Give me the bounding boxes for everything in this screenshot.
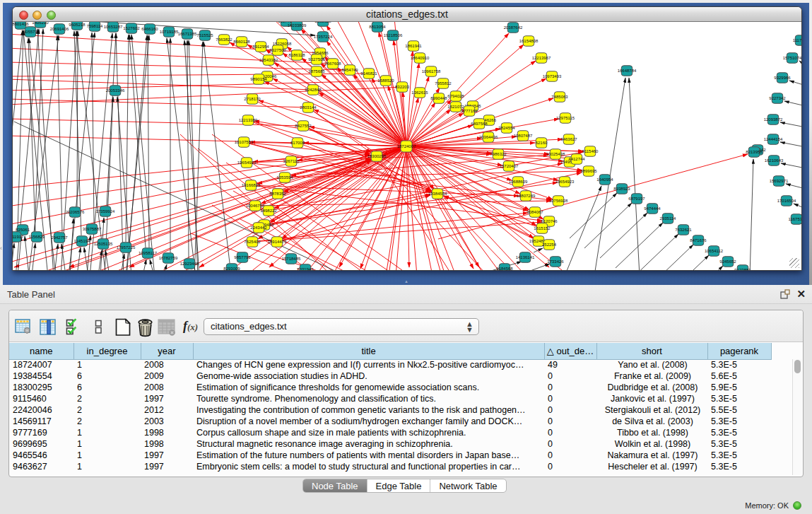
svg-text:9245652: 9245652 xyxy=(719,259,736,264)
svg-text:8186328: 8186328 xyxy=(288,53,305,57)
svg-text:17957225: 17957225 xyxy=(117,245,136,250)
svg-text:16210643: 16210643 xyxy=(765,158,784,163)
svg-text:10688609: 10688609 xyxy=(509,180,528,184)
svg-text:16782759: 16782759 xyxy=(159,256,178,260)
svg-text:9115460: 9115460 xyxy=(582,149,599,153)
svg-text:9474444: 9474444 xyxy=(644,206,661,211)
svg-text:15751074: 15751074 xyxy=(783,56,801,60)
svg-text:12505135: 12505135 xyxy=(94,242,113,246)
svg-text:2718170: 2718170 xyxy=(244,97,261,101)
svg-text:8878352: 8878352 xyxy=(269,192,286,196)
svg-text:1362615: 1362615 xyxy=(411,90,428,95)
svg-text:9146821: 9146821 xyxy=(360,71,377,76)
svg-text:1145194: 1145194 xyxy=(74,239,91,243)
svg-text:7986322: 7986322 xyxy=(490,152,507,156)
svg-text:16914479: 16914479 xyxy=(268,240,287,244)
svg-text:7485063: 7485063 xyxy=(551,95,568,99)
svg-text:2942757: 2942757 xyxy=(51,235,68,240)
svg-text:1805210: 1805210 xyxy=(32,22,49,25)
svg-text:832203: 832203 xyxy=(395,85,410,89)
svg-text:3911917: 3911917 xyxy=(13,235,24,239)
svg-text:10107553: 10107553 xyxy=(235,140,254,144)
svg-text:10961758: 10961758 xyxy=(422,69,441,74)
svg-text:1498222: 1498222 xyxy=(260,209,277,213)
svg-text:8912954: 8912954 xyxy=(252,45,269,49)
svg-text:1353594: 1353594 xyxy=(276,175,293,180)
svg-text:15718485: 15718485 xyxy=(282,257,301,261)
svg-text:17359924: 17359924 xyxy=(96,209,115,214)
svg-text:17357224: 17357224 xyxy=(314,35,333,39)
svg-text:8990448: 8990448 xyxy=(430,96,447,100)
svg-text:2667608: 2667608 xyxy=(324,62,341,66)
svg-text:8454749: 8454749 xyxy=(341,68,358,72)
svg-text:9242848: 9242848 xyxy=(305,88,322,92)
svg-text:19166825: 19166825 xyxy=(242,183,261,187)
svg-text:7632621: 7632621 xyxy=(675,228,692,232)
svg-text:9327508: 9327508 xyxy=(308,57,325,62)
svg-text:8938923: 8938923 xyxy=(613,187,630,191)
svg-text:9184568: 9184568 xyxy=(496,267,513,270)
svg-text:7515525: 7515525 xyxy=(196,33,213,37)
svg-text:2935114: 2935114 xyxy=(660,216,677,221)
svg-text:19218506: 19218506 xyxy=(384,33,403,37)
svg-text:16033809: 16033809 xyxy=(288,23,307,28)
svg-text:9329966: 9329966 xyxy=(774,76,791,80)
svg-text:10025438: 10025438 xyxy=(546,152,565,156)
svg-text:9605218: 9605218 xyxy=(69,23,86,27)
svg-text:14055712: 14055712 xyxy=(21,30,40,34)
svg-text:17016504: 17016504 xyxy=(777,199,796,203)
svg-text:1615152: 1615152 xyxy=(534,226,551,230)
svg-text:9327500: 9327500 xyxy=(269,48,286,52)
svg-text:9123881: 9123881 xyxy=(734,268,751,270)
svg-text:8813054: 8813054 xyxy=(369,25,386,29)
svg-text:9777169: 9777169 xyxy=(461,109,478,113)
svg-text:617004: 617004 xyxy=(290,141,305,145)
svg-text:6794028: 6794028 xyxy=(447,94,464,98)
svg-text:8601416: 8601416 xyxy=(13,22,29,26)
svg-text:6879197: 6879197 xyxy=(628,197,645,201)
svg-text:1167533: 1167533 xyxy=(789,217,801,221)
svg-text:20364436: 20364436 xyxy=(479,135,498,139)
svg-text:20206576: 20206576 xyxy=(66,210,85,214)
svg-text:30975887: 30975887 xyxy=(83,227,102,231)
svg-text:16671385: 16671385 xyxy=(178,32,197,36)
svg-text:7598114: 7598114 xyxy=(87,24,104,28)
svg-text:10973493: 10973493 xyxy=(543,74,562,78)
svg-text:12975115: 12975115 xyxy=(556,116,575,120)
svg-text:5031943: 5031943 xyxy=(297,267,314,270)
svg-text:8213958: 8213958 xyxy=(746,150,763,154)
svg-text:3267110: 3267110 xyxy=(283,159,300,163)
svg-text:12093872: 12093872 xyxy=(764,117,783,122)
svg-text:16648784: 16648784 xyxy=(618,69,637,73)
svg-text:1117247: 1117247 xyxy=(793,38,801,42)
svg-text:7955812: 7955812 xyxy=(435,81,452,86)
svg-text:252254: 252254 xyxy=(542,243,557,247)
svg-text:1640954: 1640954 xyxy=(596,177,613,182)
svg-text:8427552: 8427552 xyxy=(295,124,312,128)
svg-text:12213389: 12213389 xyxy=(239,118,258,122)
svg-text:19384554: 19384554 xyxy=(428,192,447,196)
svg-text:10653287: 10653287 xyxy=(104,25,123,29)
svg-text:3875685: 3875685 xyxy=(308,69,325,74)
svg-text:6466160: 6466160 xyxy=(141,27,158,31)
svg-text:1527602: 1527602 xyxy=(123,26,140,30)
svg-text:12923448: 12923448 xyxy=(180,262,199,266)
svg-text:10046756: 10046756 xyxy=(246,204,265,208)
svg-text:18640910: 18640910 xyxy=(411,56,430,60)
svg-text:10958117: 10958117 xyxy=(139,251,158,255)
svg-text:62160: 62160 xyxy=(536,141,548,145)
svg-text:8293009: 8293009 xyxy=(223,267,240,270)
svg-text:9463627: 9463627 xyxy=(560,137,577,141)
svg-text:9227342: 9227342 xyxy=(769,96,786,100)
svg-text:20053346: 20053346 xyxy=(106,88,125,93)
svg-text:2803144: 2803144 xyxy=(300,105,317,110)
svg-text:12213967: 12213967 xyxy=(532,56,551,60)
svg-text:3824554: 3824554 xyxy=(498,126,515,130)
svg-text:7663822: 7663822 xyxy=(216,37,233,42)
svg-text:10756928: 10756928 xyxy=(549,199,568,203)
svg-text:9899695: 9899695 xyxy=(580,169,597,173)
svg-text:9890154: 9890154 xyxy=(250,77,267,81)
svg-text:1065328: 1065328 xyxy=(314,22,331,23)
svg-text:1733426: 1733426 xyxy=(547,259,564,264)
svg-text:9084067: 9084067 xyxy=(526,210,543,214)
